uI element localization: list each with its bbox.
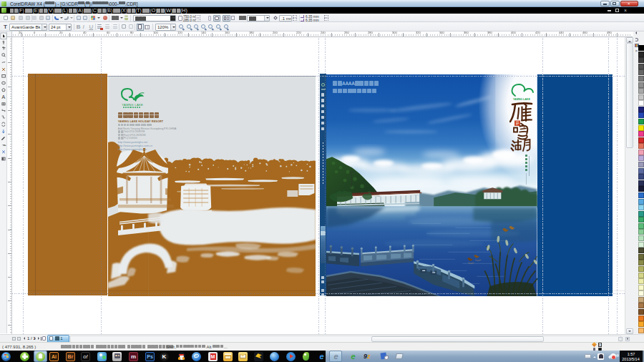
svg-text:YAMNG LAKE: YAMNG LAKE <box>513 97 530 100</box>
svg-text:A: A <box>2 94 6 99</box>
